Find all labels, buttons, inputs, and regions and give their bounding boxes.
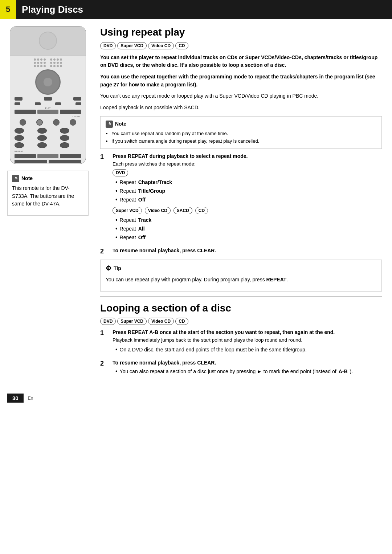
section2-title: Looping a section of a disc	[100, 302, 382, 314]
left-note-box: ✎ Note This remote is for the DV-S733A. …	[7, 171, 89, 216]
page-header: 5 Playing Discs	[0, 0, 392, 19]
dvd-bullet-list: Repeat Chapter/Track Repeat Title/Group …	[115, 178, 382, 204]
footer-language: En	[28, 396, 33, 401]
dvd-bullet-1: Repeat Chapter/Track	[115, 178, 382, 187]
step2-title: To resume normal playback, press CLEAR.	[113, 248, 382, 253]
loop-step1-title: Press REPEAT A-B once at the start of th…	[113, 329, 382, 335]
vcd-bullet-2: Repeat All	[115, 224, 382, 233]
loop-bullet-1: On a DVD disc, the start and end points …	[115, 345, 382, 354]
section1-para4: Looped playback is not possible with SAC…	[100, 104, 382, 112]
badge-super-vcd: Super VCD	[117, 42, 147, 49]
badge-cd: CD	[175, 42, 188, 49]
tip-heading: ⚙ Tip	[106, 264, 376, 274]
section1-para1: You can set the player to repeat individ…	[100, 54, 382, 69]
left-note-heading: ✎ Note	[12, 175, 84, 182]
vcd-bullet-3: Repeat Off	[115, 233, 382, 242]
badge-dvd-3: DVD	[100, 318, 116, 325]
badge-cd-3: CD	[175, 318, 188, 325]
section2-badges: DVD Super VCD Video CD CD	[100, 318, 382, 325]
vcd-bullet-list: Repeat Track Repeat All Repeat Off	[115, 216, 382, 242]
left-note-text: This remote is for the DV-S733A. The but…	[12, 184, 84, 208]
dvd-bullet-2: Repeat Title/Group	[115, 187, 382, 195]
section1-para3: You can't use any repeat mode or looped …	[100, 92, 382, 100]
step1-title: Press REPEAT during playback to select a…	[113, 153, 382, 159]
note1-item-2: If you switch camera angle during repeat…	[111, 138, 376, 145]
step2-content: To resume normal playback, press CLEAR.	[113, 248, 382, 255]
right-column: Using repeat play DVD Super VCD Video CD…	[94, 19, 392, 389]
step1-content: Press REPEAT during playback to select a…	[113, 153, 382, 245]
badge-cd-2: CD	[195, 207, 208, 214]
left-column: PLAY CLEAR	[0, 19, 94, 389]
chapter-number: 5	[0, 0, 16, 19]
badge-video-cd-2: Video CD	[145, 207, 171, 214]
tip-icon: ⚙	[106, 264, 111, 274]
step1: 1 Press REPEAT during playback to select…	[100, 153, 382, 245]
section1-title: Using repeat play	[100, 26, 382, 38]
note-box-1: ✎ Note You can't use repeat and random p…	[100, 116, 382, 149]
step1-num: 1	[100, 153, 109, 245]
badge-sacd: SACD	[173, 207, 192, 214]
badge-super-vcd-2: Super VCD	[113, 207, 142, 214]
note1-icon: ✎	[106, 121, 113, 128]
loop-step1-num: 1	[100, 329, 109, 357]
vcd-bullet-1: Repeat Track	[115, 216, 382, 224]
note1-item-1: You can't use repeat and random play at …	[111, 130, 376, 137]
loop-step1-sub: Playback immediately jumps back to the s…	[113, 337, 382, 344]
section-divider	[100, 297, 382, 297]
step1-dvd-badge: DVD	[113, 169, 128, 176]
tip-box: ⚙ Tip You can use repeat play with progr…	[100, 260, 382, 292]
loop-step2-content: To resume normal playback, press CLEAR. …	[113, 360, 382, 379]
note-icon: ✎	[12, 175, 19, 182]
loop-step2-bullets: You can also repeat a section of a disc …	[115, 367, 382, 376]
badge-video-cd-3: Video CD	[148, 318, 174, 325]
badge-dvd: DVD	[100, 42, 116, 49]
loop-bullet-list: On a DVD disc, the start and end points …	[115, 345, 382, 354]
loop-step2-bullet-1: You can also repeat a section of a disc …	[115, 367, 382, 376]
step2: 2 To resume normal playback, press CLEAR…	[100, 248, 382, 255]
step1-sub: Each press switches the repeat mode:	[113, 160, 382, 168]
step2-num: 2	[100, 248, 109, 255]
loop-step1-content: Press REPEAT A-B once at the start of th…	[113, 329, 382, 357]
page-number: 30	[7, 394, 24, 403]
dvd-bullet-3: Repeat Off	[115, 195, 382, 204]
section1-badges: DVD Super VCD Video CD CD	[100, 42, 382, 49]
loop-step1: 1 Press REPEAT A-B once at the start of …	[100, 329, 382, 357]
tip-text: You can use repeat play with program pla…	[106, 276, 376, 284]
badge-super-vcd-3: Super VCD	[117, 318, 147, 325]
note1-heading: ✎ Note	[106, 120, 376, 128]
note1-list: You can't use repeat and random play at …	[111, 130, 376, 144]
section1-para2: You can use the repeat together with the…	[100, 73, 382, 89]
loop-step2: 2 To resume normal playback, press CLEAR…	[100, 360, 382, 379]
remote-control-image: PLAY CLEAR	[10, 26, 86, 164]
page-footer: 30 En	[0, 389, 392, 407]
loop-step2-num: 2	[100, 360, 109, 379]
main-content: PLAY CLEAR	[0, 19, 392, 389]
chapter-title: Playing Discs	[22, 4, 83, 15]
badge-video-cd: Video CD	[148, 42, 174, 49]
loop-step2-title: To resume normal playback, press CLEAR.	[113, 360, 382, 366]
